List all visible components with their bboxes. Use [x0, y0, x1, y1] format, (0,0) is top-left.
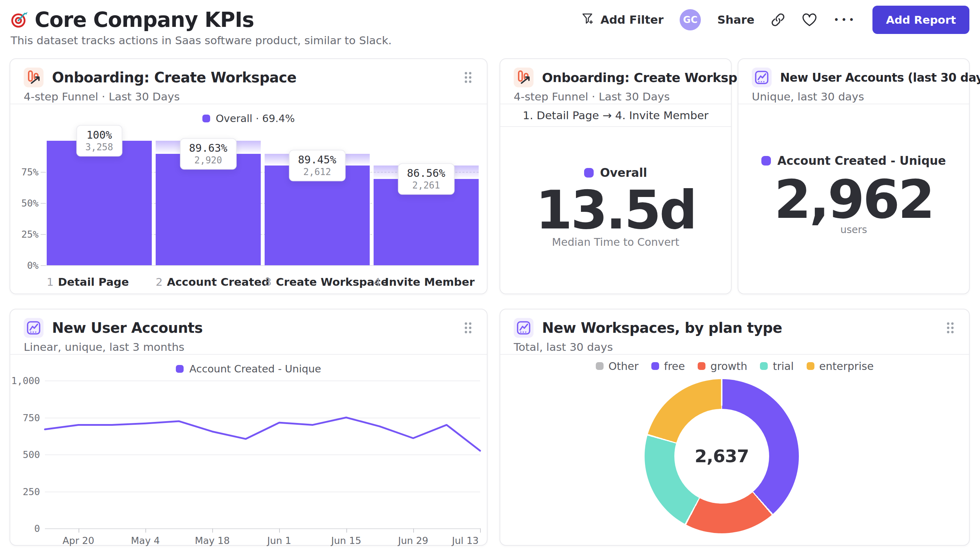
- metric-legend[interactable]: Overall: [500, 166, 731, 179]
- donut-legend-item[interactable]: Other: [596, 360, 639, 372]
- add-filter-button[interactable]: Add Filter: [581, 12, 663, 28]
- funnel-axis-tick: [41, 234, 46, 235]
- line-x-axis-tick: [480, 528, 481, 533]
- page-subtitle: This dataset tracks actions in Saas soft…: [11, 34, 391, 47]
- card-title: New Workspaces, by plan type: [542, 320, 782, 336]
- card-new-workspaces-by-plan: New Workspaces, by plan type Total, last…: [500, 309, 970, 546]
- share-button[interactable]: Share: [717, 13, 754, 27]
- line-x-axis-label: May 18: [195, 535, 230, 546]
- legend-label: enterprise: [819, 360, 874, 372]
- donut-legend: Otherfreegrowthtrialenterprise: [500, 359, 969, 373]
- card-new-user-accounts-30d: New User Accounts (last 30 days) Unique,…: [738, 58, 970, 294]
- drag-handle-icon[interactable]: [944, 320, 956, 336]
- page-title: Core Company KPIs: [35, 8, 254, 32]
- line-x-axis-tick: [145, 528, 146, 533]
- add-report-button[interactable]: Add Report: [872, 6, 969, 34]
- donut-legend-item[interactable]: free: [651, 360, 685, 372]
- line-y-axis-label: 0: [10, 523, 40, 534]
- legend-swatch: [807, 362, 815, 370]
- metric-caption: Median Time to Convert: [500, 236, 731, 248]
- metric-legend[interactable]: Account Created - Unique: [738, 154, 969, 168]
- funnel-step-label: 2Account Created: [156, 275, 270, 288]
- funnel-report-icon: [514, 68, 533, 87]
- funnel-axis-tick: [41, 265, 46, 266]
- donut-legend-item[interactable]: growth: [698, 360, 747, 372]
- line-x-axis-label: Jun 1: [267, 535, 291, 546]
- funnel-bar[interactable]: [156, 154, 261, 265]
- card-median-time-to-convert: Onboarding: Create Workspace 4-step Funn…: [500, 58, 732, 294]
- legend-swatch: [761, 156, 771, 165]
- card-subtitle: 4-step Funnel · Last 30 Days: [514, 90, 718, 103]
- favorite-heart-icon[interactable]: [802, 13, 817, 27]
- metric-value: 2,962: [738, 173, 969, 226]
- line-chart: 1,0007505002500Apr 20May 4May 18Jun 1Jun…: [10, 310, 487, 545]
- dashboard-page: Core Company KPIs This dataset tracks ac…: [0, 0, 980, 551]
- avatar[interactable]: GC: [679, 9, 701, 30]
- legend-label: free: [664, 360, 685, 372]
- line-x-axis-tick: [279, 528, 280, 533]
- legend-swatch: [698, 362, 705, 370]
- funnel-step-label: 3Create Workspace: [265, 275, 388, 288]
- line-x-axis-label: May 4: [131, 535, 160, 546]
- line-y-axis-label: 1,000: [10, 375, 40, 386]
- line-y-axis-label: 500: [10, 449, 40, 460]
- line-series[interactable]: [45, 381, 480, 528]
- funnel-tooltip-count: 2,920: [189, 154, 227, 165]
- card-title: Onboarding: Create Workspace: [542, 70, 761, 85]
- funnel-tooltip-pct: 89.45%: [298, 153, 336, 165]
- donut-legend-item[interactable]: trial: [760, 360, 794, 372]
- funnel-bar[interactable]: [47, 141, 152, 265]
- line-x-axis-label: Jun 29: [398, 535, 428, 546]
- insights-report-icon: [752, 68, 772, 87]
- legend-label: growth: [710, 360, 747, 372]
- funnel-tooltip-count: 2,261: [407, 179, 445, 190]
- card-onboarding-funnel: Onboarding: Create Workspace 4-step Funn…: [10, 58, 487, 294]
- funnel-tooltip-count: 2,612: [298, 166, 336, 177]
- funnel-tooltip: 89.63%2,920: [180, 138, 236, 169]
- card-new-user-accounts-trend: New User Accounts Linear, unique, last 3…: [10, 309, 487, 546]
- filter-plus-icon: [581, 12, 595, 28]
- funnel-chart: 75%50%25%0%100%3,2581Detail Page89.63%2,…: [10, 59, 487, 294]
- card-subtitle: Unique, last 30 days: [752, 90, 956, 103]
- line-x-axis-tick: [212, 528, 213, 533]
- line-x-axis-tick: [78, 528, 79, 533]
- donut-hole: 2,637: [675, 409, 769, 503]
- funnel-baseline: [44, 265, 479, 266]
- link-icon[interactable]: [770, 13, 786, 27]
- legend-swatch: [584, 168, 593, 178]
- legend-label: Other: [609, 360, 639, 372]
- line-gridline: [45, 528, 480, 529]
- funnel-y-axis-label: 75%: [10, 167, 38, 178]
- dartboard-icon: [10, 11, 28, 29]
- line-y-axis-label: 250: [10, 486, 40, 497]
- funnel-y-axis-label: 0%: [10, 260, 38, 271]
- funnel-step-label: 4Invite Member: [374, 275, 475, 288]
- metric-value: 13.5d: [500, 184, 731, 237]
- metric-caption: users: [738, 224, 969, 235]
- donut-total: 2,637: [695, 446, 749, 467]
- line-x-axis-tick: [346, 528, 347, 533]
- funnel-step-label: 1Detail Page: [47, 275, 129, 288]
- funnel-tooltip: 100%3,258: [76, 125, 122, 157]
- line-x-axis-label: Jul 13: [452, 535, 479, 546]
- funnel-tooltip: 86.56%2,261: [398, 163, 454, 195]
- funnel-tooltip-pct: 89.63%: [189, 141, 227, 154]
- funnel-y-axis-label: 50%: [10, 198, 38, 209]
- card-subtitle: Total, last 30 days: [514, 341, 956, 353]
- legend-swatch: [596, 362, 604, 370]
- legend-swatch: [760, 362, 768, 370]
- legend-swatch: [651, 362, 659, 370]
- funnel-y-axis-label: 25%: [10, 229, 38, 240]
- more-options-icon[interactable]: •••: [834, 14, 856, 25]
- line-y-axis-label: 750: [10, 412, 40, 423]
- funnel-axis-tick: [41, 172, 46, 173]
- line-x-axis-tick: [413, 528, 414, 533]
- funnel-tooltip-pct: 86.56%: [407, 167, 445, 179]
- line-x-axis-label: Apr 20: [63, 535, 94, 546]
- donut-legend-item[interactable]: enterprise: [807, 360, 874, 372]
- funnel-tooltip-pct: 100%: [85, 129, 113, 141]
- funnel-tooltip-count: 3,258: [85, 142, 113, 152]
- funnel-step-range: 1. Detail Page → 4. Invite Member: [500, 104, 731, 127]
- funnel-tooltip: 89.45%2,612: [289, 149, 345, 181]
- insights-report-icon: [514, 318, 533, 338]
